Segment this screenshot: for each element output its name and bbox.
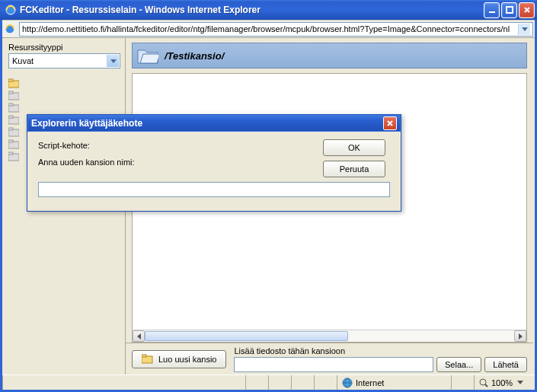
close-icon [386, 120, 394, 127]
folder-icon [8, 115, 19, 125]
folder-icon [8, 139, 19, 149]
breadcrumb-path: /Testikansio/ [165, 50, 224, 62]
folder-icon [142, 354, 154, 365]
folder-icon [8, 127, 19, 137]
folder-large-icon [137, 46, 158, 65]
security-zone: Internet [337, 375, 451, 390]
scroll-right-button[interactable] [514, 330, 526, 342]
address-url: http://demo.nettitieto.fi/hallinta/fcked… [22, 24, 510, 33]
new-folder-label: Luo uusi kansio [158, 355, 216, 364]
window-titlebar: FCKeditor - Resurssiselain - Windows Int… [0, 0, 537, 20]
browse-button[interactable]: Selaa... [436, 357, 481, 372]
zoom-value: 100% [491, 378, 513, 387]
close-button[interactable] [519, 2, 535, 18]
svg-rect-15 [8, 140, 13, 142]
minimize-button[interactable] [484, 2, 500, 18]
zone-text: Internet [356, 378, 384, 387]
scroll-track[interactable] [145, 330, 514, 342]
chevron-down-icon [107, 55, 119, 67]
tree-item[interactable] [8, 78, 120, 89]
svg-rect-11 [8, 116, 13, 118]
resource-type-select[interactable]: Kuvat [8, 53, 120, 69]
folder-open-icon [8, 78, 19, 88]
address-bar: http://demo.nettitieto.fi/hallinta/fcked… [2, 20, 535, 38]
scroll-thumb[interactable] [145, 331, 348, 341]
horizontal-scrollbar[interactable] [133, 330, 526, 342]
bottom-toolbar: Luo uusi kansio Lisää tiedosto tähän kan… [126, 343, 533, 374]
svg-rect-19 [142, 355, 146, 357]
send-button[interactable]: Lähetä [484, 357, 527, 372]
svg-point-23 [480, 379, 486, 385]
svg-line-24 [485, 384, 487, 387]
dialog-titlebar[interactable]: Explorerin käyttäjäkehote [27, 115, 401, 132]
window-title: FCKeditor - Resurssiselain - Windows Int… [20, 5, 484, 15]
folder-icon [8, 103, 19, 113]
svg-rect-7 [8, 91, 13, 94]
zoom-control[interactable]: 100% [474, 375, 535, 390]
svg-rect-1 [489, 11, 495, 13]
folder-icon [8, 151, 19, 161]
svg-rect-5 [8, 79, 13, 81]
status-bar: Internet 100% [2, 374, 535, 390]
prompt-dialog: Explorerin käyttäjäkehote Script-kehote:… [27, 114, 401, 212]
tree-item[interactable] [8, 102, 120, 113]
svg-rect-17 [8, 152, 13, 155]
cancel-button[interactable]: Peruuta [323, 161, 385, 177]
svg-rect-2 [507, 7, 513, 13]
resource-type-label: Resurssityyppi [8, 43, 120, 52]
maximize-button[interactable] [501, 2, 517, 18]
internet-icon [342, 378, 353, 388]
ok-button[interactable]: OK [323, 139, 385, 156]
dialog-title-text: Explorerin käyttäjäkehote [31, 118, 142, 129]
breadcrumb-bar: /Testikansio/ [132, 43, 527, 69]
svg-rect-13 [8, 128, 13, 130]
zoom-icon [479, 378, 488, 387]
folder-icon [8, 91, 19, 100]
upload-label: Lisää tiedosto tähän kansioon [234, 346, 527, 355]
dialog-line1: Script-kehote: [38, 141, 311, 150]
scroll-left-button[interactable] [133, 330, 145, 342]
resource-type-value: Kuvat [12, 56, 34, 65]
ie-icon [5, 4, 17, 16]
dialog-line2: Anna uuden kansion nimi: [38, 158, 311, 167]
tree-item[interactable] [8, 90, 120, 101]
new-folder-button[interactable]: Luo uusi kansio [132, 350, 226, 368]
dialog-input[interactable] [38, 182, 390, 197]
address-dropdown-icon[interactable] [518, 24, 530, 35]
upload-file-field[interactable] [234, 357, 433, 372]
address-input[interactable]: http://demo.nettitieto.fi/hallinta/fcked… [19, 22, 533, 37]
svg-rect-9 [8, 104, 13, 106]
ie-page-icon [4, 23, 16, 35]
dialog-close-button[interactable] [383, 116, 397, 130]
chevron-down-icon [517, 381, 523, 384]
